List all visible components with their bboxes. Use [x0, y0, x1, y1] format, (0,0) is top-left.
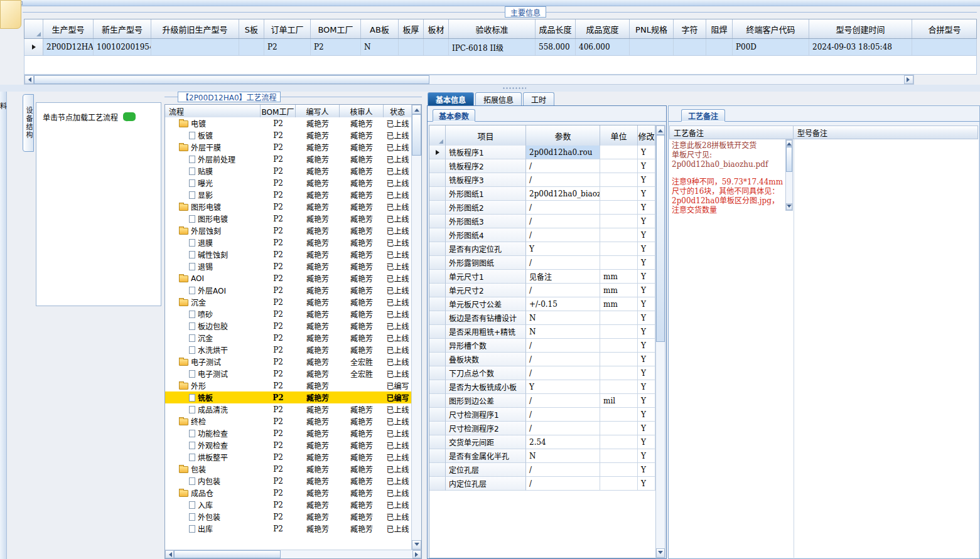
process-step-row[interactable]: 板边包胶P2臧艳芳臧艳芳已上线	[165, 320, 412, 332]
process-grid-column-header-3[interactable]: 核审人	[340, 105, 384, 117]
param-modify-cell[interactable]: Y	[638, 311, 655, 325]
param-row[interactable]: 单元尺寸2/mmY	[429, 284, 655, 297]
param-modify-cell[interactable]: Y	[638, 187, 655, 201]
main-grid-cell-16[interactable]: P00D	[733, 39, 809, 55]
param-unit-cell[interactable]: mm	[600, 270, 638, 284]
param-unit-cell[interactable]	[600, 366, 638, 380]
main-grid-cell-12[interactable]: 406.000	[576, 39, 630, 55]
param-modify-cell[interactable]: Y	[638, 242, 655, 256]
param-item-cell[interactable]: 下刀点总个数	[446, 366, 526, 380]
param-row[interactable]: 铣板程序12p00d12ha0.rouY	[429, 146, 655, 159]
scroll-left-button[interactable]	[24, 75, 34, 84]
param-unit-cell[interactable]	[600, 146, 638, 159]
scroll-down-button[interactable]	[656, 548, 665, 558]
process-step-row[interactable]: 电镀P2臧艳芳臧艳芳已上线	[165, 117, 412, 129]
process-grid-column-header-2[interactable]: 编写人	[296, 105, 340, 117]
param-unit-cell[interactable]	[600, 422, 638, 435]
param-row[interactable]: 单元尺寸1见备注mmY	[429, 270, 655, 284]
param-unit-cell[interactable]	[600, 408, 638, 422]
param-value-cell[interactable]: /	[526, 394, 600, 408]
process-grid-hscrollbar[interactable]	[165, 550, 421, 558]
process-step-row[interactable]: 烘板整平P2臧艳芳臧艳芳已上线	[165, 451, 412, 463]
process-notes-content[interactable]: 注意此板28拼板铣开交货 单板尺寸见: 2p00d12ha0_biaozhu.p…	[669, 139, 794, 558]
process-step-row[interactable]: 外层蚀刻P2臧艳芳臧艳芳已上线	[165, 225, 412, 237]
param-row[interactable]: 是否采用粗铣+精铣NY	[429, 325, 655, 339]
process-step-row[interactable]: 沉金P2臧艳芳臧艳芳已上线	[165, 296, 412, 308]
params-column-header-3[interactable]: 修改	[638, 125, 655, 146]
param-unit-cell[interactable]	[600, 325, 638, 339]
tab-basic-params[interactable]: 基本参数	[433, 109, 475, 122]
process-step-row[interactable]: 退锡P2臧艳芳臧艳芳已上线	[165, 260, 412, 272]
scroll-thumb[interactable]	[412, 114, 421, 156]
main-grid-column-header-4[interactable]: S板	[239, 19, 264, 38]
process-step-row[interactable]: 退膜P2臧艳芳臧艳芳已上线	[165, 237, 412, 248]
param-item-cell[interactable]: 尺寸检测程序1	[446, 408, 526, 422]
param-value-cell[interactable]: Y	[526, 380, 600, 394]
process-step-row[interactable]: 外层干膜P2臧艳芳臧艳芳已上线	[165, 141, 412, 153]
param-item-cell[interactable]: 是否有金属化半孔	[446, 449, 526, 463]
scroll-right-button[interactable]	[904, 75, 913, 84]
param-value-cell[interactable]: 2p00d12ha0_biaoz...	[526, 187, 600, 201]
main-grid-cell-15[interactable]	[706, 39, 733, 55]
param-item-cell[interactable]: 是否采用粗铣+精铣	[446, 325, 526, 339]
main-grid-column-header-17[interactable]: 型号创建时间	[809, 19, 912, 38]
scroll-down-button[interactable]	[412, 540, 421, 550]
param-value-cell[interactable]: Y	[526, 242, 600, 256]
param-item-cell[interactable]: 是否为大板铣成小板	[446, 380, 526, 394]
param-item-cell[interactable]: 单元板尺寸公差	[446, 297, 526, 311]
main-grid-cell-3[interactable]	[151, 39, 239, 55]
param-item-cell[interactable]: 是否有内定位孔	[446, 242, 526, 256]
param-row[interactable]: 叠板块数/Y	[429, 353, 655, 366]
scroll-left-button[interactable]	[165, 550, 174, 558]
process-step-row[interactable]: 电子测试P2臧艳芳全宏胜已上线	[165, 356, 412, 368]
left-collapsed-strip[interactable]: 料	[0, 92, 7, 559]
param-modify-cell[interactable]: Y	[638, 325, 655, 339]
param-value-cell[interactable]: /	[526, 159, 600, 173]
param-item-cell[interactable]: 交货单元间距	[446, 435, 526, 449]
param-modify-cell[interactable]: Y	[638, 173, 655, 187]
main-grid-column-header-7[interactable]: AB板	[361, 19, 399, 38]
param-modify-cell[interactable]: Y	[638, 215, 655, 228]
process-step-row[interactable]: 图形电镀P2臧艳芳臧艳芳已上线	[165, 201, 412, 213]
process-notes-column-header[interactable]: 工艺备注	[669, 125, 794, 139]
param-modify-cell[interactable]: Y	[638, 339, 655, 353]
collapsed-panel-tab[interactable]	[0, 0, 21, 29]
params-column-header-2[interactable]: 单位	[600, 125, 638, 146]
param-modify-cell[interactable]: Y	[638, 366, 655, 380]
param-modify-cell[interactable]: Y	[638, 284, 655, 297]
param-item-cell[interactable]: 板边是否有钻槽设计	[446, 311, 526, 325]
process-step-row[interactable]: 碱性蚀刻P2臧艳芳臧艳芳已上线	[165, 248, 412, 260]
process-step-row[interactable]: 成品清洗P2臧艳芳臧艳芳已上线	[165, 403, 412, 415]
param-value-cell[interactable]: /	[526, 256, 600, 270]
main-grid-column-header-1[interactable]: 生产型号	[43, 19, 94, 38]
main-grid-column-header-18[interactable]: 合拼型号	[912, 19, 977, 38]
param-unit-cell[interactable]	[600, 187, 638, 201]
param-item-cell[interactable]: 外形图纸1	[446, 187, 526, 201]
param-row[interactable]: 是否有内定位孔YY	[429, 242, 655, 256]
param-value-cell[interactable]: /	[526, 366, 600, 380]
param-modify-cell[interactable]: Y	[638, 353, 655, 366]
process-step-row[interactable]: 电子测试P2臧艳芳全宏胜已上线	[165, 368, 412, 380]
main-grid-column-header-3[interactable]: 升级前旧生产型号	[151, 19, 239, 38]
scroll-track[interactable]	[281, 550, 412, 558]
param-value-cell[interactable]: /	[526, 228, 600, 242]
param-unit-cell[interactable]	[600, 256, 638, 270]
param-row[interactable]: 异形槽个数/Y	[429, 339, 655, 353]
param-row[interactable]: 下刀点总个数/Y	[429, 366, 655, 380]
param-row[interactable]: 外形图纸3/Y	[429, 215, 655, 228]
param-item-cell[interactable]: 外形图纸4	[446, 228, 526, 242]
process-step-row[interactable]: 成品仓P2臧艳芳臧艳芳已上线	[165, 487, 412, 499]
scroll-track[interactable]	[429, 75, 904, 84]
process-step-row[interactable]: 功能检查P2臧艳芳臧艳芳已上线	[165, 427, 412, 439]
scroll-up-button[interactable]	[412, 105, 421, 114]
param-unit-cell[interactable]	[600, 339, 638, 353]
param-unit-cell[interactable]	[600, 477, 638, 491]
param-row[interactable]: 尺寸检测程序1/Y	[429, 408, 655, 422]
param-row[interactable]: 是否有金属化半孔NY	[429, 449, 655, 463]
param-value-cell[interactable]: 见备注	[526, 270, 600, 284]
process-step-row[interactable]: 内包装P2臧艳芳臧艳芳已上线	[165, 475, 412, 487]
param-row[interactable]: 外形露铜图纸/Y	[429, 256, 655, 270]
param-item-cell[interactable]: 尺寸检测程序2	[446, 422, 526, 435]
param-value-cell[interactable]: /	[526, 173, 600, 187]
process-step-row[interactable]: 显影P2臧艳芳臧艳芳已上线	[165, 189, 412, 201]
